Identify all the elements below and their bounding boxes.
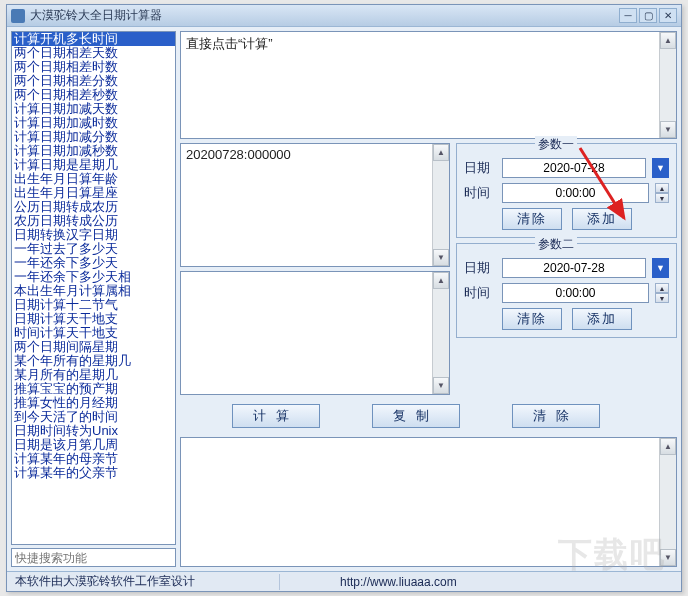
- list-item[interactable]: 某个年所有的星期几: [12, 354, 175, 368]
- list-item[interactable]: 计算日期加减时数: [12, 116, 175, 130]
- list-item[interactable]: 日期是该月第几周: [12, 438, 175, 452]
- list-item[interactable]: 一年过去了多少天: [12, 242, 175, 256]
- list-item[interactable]: 日期时间转为Unix: [12, 424, 175, 438]
- scrollbar[interactable]: ▲ ▼: [659, 438, 676, 566]
- time-label: 时间: [464, 184, 496, 202]
- list-item[interactable]: 一年还余下多少天相: [12, 270, 175, 284]
- list-item[interactable]: 推算女性的月经期: [12, 396, 175, 410]
- list-item[interactable]: 计算日期加减分数: [12, 130, 175, 144]
- app-icon: [11, 9, 25, 23]
- list-item[interactable]: 时间计算天干地支: [12, 326, 175, 340]
- list-item[interactable]: 农历日期转成公历: [12, 214, 175, 228]
- output-textarea[interactable]: ▲ ▼: [180, 437, 677, 567]
- list-item[interactable]: 计算某年的父亲节: [12, 466, 175, 480]
- list-item[interactable]: 两个日期间隔星期: [12, 340, 175, 354]
- list-item[interactable]: 出生年月日算星座: [12, 186, 175, 200]
- scrollbar[interactable]: ▲ ▼: [659, 32, 676, 138]
- date-label: 日期: [464, 159, 496, 177]
- add-button-2[interactable]: 添加: [572, 308, 632, 330]
- clear-button-2[interactable]: 清除: [502, 308, 562, 330]
- scroll-up-icon[interactable]: ▲: [660, 32, 676, 49]
- add-button-1[interactable]: 添加: [572, 208, 632, 230]
- date-dropdown-button[interactable]: ▼: [652, 158, 669, 178]
- params-group-2: 参数二 日期 2020-07-28 ▼ 时间 0:00:00 ▲ ▼: [456, 243, 677, 338]
- list-item[interactable]: 推算宝宝的预产期: [12, 382, 175, 396]
- list-item[interactable]: 日期计算天干地支: [12, 312, 175, 326]
- time-spinner[interactable]: ▲ ▼: [655, 283, 669, 303]
- list-item[interactable]: 两个日期相差天数: [12, 46, 175, 60]
- time-label: 时间: [464, 284, 496, 302]
- date-label: 日期: [464, 259, 496, 277]
- list-item[interactable]: 日期转换汉字日期: [12, 228, 175, 242]
- list-item[interactable]: 两个日期相差分数: [12, 74, 175, 88]
- search-input[interactable]: [11, 548, 176, 567]
- scroll-down-icon[interactable]: ▼: [433, 377, 449, 394]
- clear-button-1[interactable]: 清除: [502, 208, 562, 230]
- instruction-text: 直接点击“计算”: [186, 36, 273, 51]
- status-left: 本软件由大漠驼铃软件工作室设计: [9, 573, 279, 590]
- mid-section: 20200728:000000 ▲ ▼ ▲ ▼: [180, 143, 677, 395]
- scroll-down-icon[interactable]: ▼: [433, 249, 449, 266]
- list-item[interactable]: 日期计算十二节气: [12, 298, 175, 312]
- time-input-1[interactable]: 0:00:00: [502, 183, 649, 203]
- scrollbar[interactable]: ▲ ▼: [432, 272, 449, 394]
- time-spinner[interactable]: ▲ ▼: [655, 183, 669, 203]
- group-legend: 参数二: [535, 236, 577, 253]
- window-title: 大漠驼铃大全日期计算器: [30, 7, 617, 24]
- close-button[interactable]: ✕: [659, 8, 677, 23]
- maximize-button[interactable]: ▢: [639, 8, 657, 23]
- clear-all-button[interactable]: 清除: [512, 404, 600, 428]
- scroll-up-icon[interactable]: ▲: [660, 438, 676, 455]
- copy-button[interactable]: 复制: [372, 404, 460, 428]
- list-item[interactable]: 计算日期加减秒数: [12, 144, 175, 158]
- group-legend: 参数一: [535, 136, 577, 153]
- date-dropdown-button[interactable]: ▼: [652, 258, 669, 278]
- time-input-2[interactable]: 0:00:00: [502, 283, 649, 303]
- result-textarea-upper[interactable]: 20200728:000000 ▲ ▼: [180, 143, 450, 267]
- list-item[interactable]: 公历日期转成农历: [12, 200, 175, 214]
- list-item[interactable]: 计算日期是星期几: [12, 158, 175, 172]
- body: 计算开机多长时间两个日期相差天数两个日期相差时数两个日期相差分数两个日期相差秒数…: [7, 27, 681, 571]
- function-listbox[interactable]: 计算开机多长时间两个日期相差天数两个日期相差时数两个日期相差分数两个日期相差秒数…: [11, 31, 176, 545]
- scroll-down-icon[interactable]: ▼: [660, 121, 676, 138]
- titlebar: 大漠驼铃大全日期计算器 ─ ▢ ✕: [7, 5, 681, 27]
- list-item[interactable]: 两个日期相差秒数: [12, 88, 175, 102]
- list-item[interactable]: 本出生年月计算属相: [12, 284, 175, 298]
- list-item[interactable]: 出生年月日算年龄: [12, 172, 175, 186]
- spin-up-icon[interactable]: ▲: [655, 283, 669, 293]
- sidebar: 计算开机多长时间两个日期相差天数两个日期相差时数两个日期相差分数两个日期相差秒数…: [11, 31, 176, 567]
- app-window: 大漠驼铃大全日期计算器 ─ ▢ ✕ 计算开机多长时间两个日期相差天数两个日期相差…: [6, 4, 682, 592]
- date-input-1[interactable]: 2020-07-28: [502, 158, 646, 178]
- list-item[interactable]: 到今天活了的时间: [12, 410, 175, 424]
- instruction-textarea[interactable]: 直接点击“计算” ▲ ▼: [180, 31, 677, 139]
- list-item[interactable]: 计算某年的母亲节: [12, 452, 175, 466]
- spin-up-icon[interactable]: ▲: [655, 183, 669, 193]
- date-input-2[interactable]: 2020-07-28: [502, 258, 646, 278]
- scroll-down-icon[interactable]: ▼: [660, 549, 676, 566]
- spin-down-icon[interactable]: ▼: [655, 193, 669, 203]
- scrollbar[interactable]: ▲ ▼: [432, 144, 449, 266]
- list-item[interactable]: 某月所有的星期几: [12, 368, 175, 382]
- list-item[interactable]: 两个日期相差时数: [12, 60, 175, 74]
- status-url[interactable]: http://www.liuaaa.com: [280, 575, 679, 589]
- result-textarea-lower[interactable]: ▲ ▼: [180, 271, 450, 395]
- result-upper-text: 20200728:000000: [186, 147, 291, 162]
- calculate-button[interactable]: 计算: [232, 404, 320, 428]
- scroll-up-icon[interactable]: ▲: [433, 272, 449, 289]
- params-column: 参数一 日期 2020-07-28 ▼ 时间 0:00:00 ▲ ▼: [456, 143, 677, 395]
- minimize-button[interactable]: ─: [619, 8, 637, 23]
- list-item[interactable]: 一年还余下多少天: [12, 256, 175, 270]
- action-row: 计算 复制 清除: [180, 399, 677, 433]
- spin-down-icon[interactable]: ▼: [655, 293, 669, 303]
- main-pane: 直接点击“计算” ▲ ▼ 20200728:000000 ▲ ▼: [180, 31, 677, 567]
- mid-left-column: 20200728:000000 ▲ ▼ ▲ ▼: [180, 143, 450, 395]
- params-group-1: 参数一 日期 2020-07-28 ▼ 时间 0:00:00 ▲ ▼: [456, 143, 677, 238]
- list-item[interactable]: 计算开机多长时间: [12, 32, 175, 46]
- scroll-up-icon[interactable]: ▲: [433, 144, 449, 161]
- statusbar: 本软件由大漠驼铃软件工作室设计 http://www.liuaaa.com: [7, 571, 681, 591]
- list-item[interactable]: 计算日期加减天数: [12, 102, 175, 116]
